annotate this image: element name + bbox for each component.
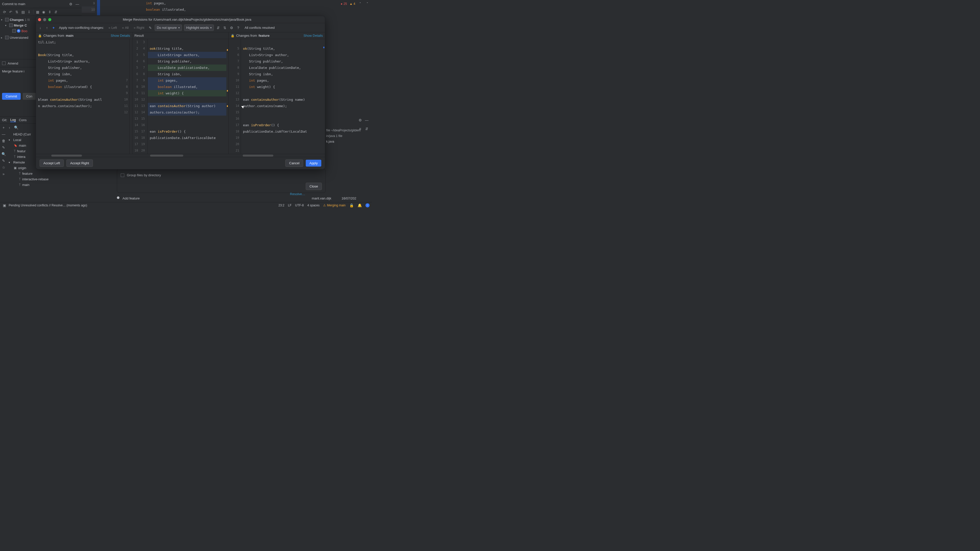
apply-button[interactable]: Apply [306,160,321,167]
magic-resolve-icon[interactable]: ✦ [51,25,56,30]
commit-header: Commit to main ⚙ — [0,0,82,8]
checkbox[interactable] [12,29,16,33]
tool-windows-icon[interactable]: ▣ [2,203,6,208]
tag-icon: 🔖 [14,144,18,147]
branch-icon: ᛘ [19,177,21,181]
chip-left[interactable]: «Left [107,25,118,30]
checkbox[interactable] [9,24,13,27]
show-details-right[interactable]: Show Details [304,34,323,38]
back-icon[interactable]: ‹ [7,125,12,130]
show-details-left[interactable]: Show Details [111,34,130,38]
merge-left-pane[interactable]: til.List;Book(String title, List<String>… [36,39,132,154]
refresh-icon[interactable]: ⟳ [2,10,7,14]
next-diff-icon[interactable]: ↑ [45,25,49,30]
minus-icon[interactable]: — [1,132,6,137]
remote-branch-feature[interactable]: ᛘ feature [9,171,82,176]
vcs-status[interactable]: ⚠ Merging main [323,203,345,207]
encoding[interactable]: UTF-8 [295,203,304,207]
commit-and-push-button[interactable]: Con [23,93,36,100]
commit-details-fragment: file ~/IdeaProjects/gitdem in/java 1 fil… [326,127,369,144]
pane-right-header: 🔒 Changes from feature Show Details [229,32,325,39]
pane-left-header: 🔒 Changes from main Show Details [36,32,132,39]
preview-icon[interactable]: ◉ [41,10,46,14]
close-button[interactable]: Close [306,183,322,190]
wand-icon[interactable]: ✎ [148,25,153,30]
chip-right[interactable]: «Right [132,25,146,30]
search-icon[interactable]: 🔍 [1,152,6,156]
group-files-checkbox[interactable] [121,173,124,177]
accept-right-button[interactable]: Accept Right [66,159,93,167]
accept-left-button[interactable]: Accept Left [40,159,64,167]
folder-icon: ▣ [14,166,17,170]
close-icon[interactable] [38,18,41,21]
minimize-icon[interactable] [43,18,46,21]
more-icon[interactable]: » [1,171,6,176]
remote-branch-main[interactable]: ᛘ main [9,182,82,187]
amend-label: Amend [8,62,18,65]
rename-icon[interactable]: ✎ [1,145,6,150]
pane-center-header: Result [132,32,229,39]
trash-icon[interactable]: 🗑 [1,138,6,143]
status-message[interactable]: Pending Unresolved conflicts // Resolve…… [9,203,87,207]
branch-icon: ᛘ [14,149,16,153]
chip-all[interactable]: «All [121,25,130,30]
merge-center-pane[interactable]: 1234567891011121314151617181920 34567891… [132,39,229,154]
resolve-link[interactable]: Resolve… [290,192,305,196]
main-editor: 9 10 int pages, boolean illustrated, [82,0,372,15]
minimize-icon[interactable]: — [364,118,369,122]
lock-icon[interactable]: 🔒 [349,203,354,208]
git-label: Git: [2,118,7,122]
lock-icon: 🔒 [38,34,42,38]
tab-log[interactable]: Log [10,118,16,122]
gear-icon[interactable]: ⚙ [68,2,73,6]
collapse-unchanged-icon[interactable]: ⇵ [216,25,221,30]
mouse-cursor [242,105,245,110]
edit-icon[interactable]: ✎ [1,159,6,163]
branch-icon: ᛘ [14,155,16,159]
diff-settings-icon[interactable]: ⚙ [229,25,234,30]
sync-scroll-icon[interactable]: ⇅ [223,25,227,30]
help-icon[interactable]: ? [236,25,240,30]
search-icon[interactable]: 🔍 [14,125,18,130]
notification-icon[interactable]: 🔔 [357,203,362,208]
rollback-icon[interactable]: ↶ [8,10,13,14]
star-icon[interactable]: ☆ [1,165,6,170]
commit-author: marit.van.dijk [312,197,331,200]
checkbox[interactable] [5,18,9,21]
prev-diff-icon[interactable]: ↓ [38,25,43,30]
gear-icon[interactable]: ⚙ [358,118,363,122]
commit-toolbar: ⟳ ↶ ⇅ ▤ ⇩ ▦ ◉ ⇕ ⇵ [0,8,82,16]
cancel-button[interactable]: Cancel [285,159,303,167]
group-files-label: Group files by directory [127,173,161,177]
conflicts-status: All conflicts resolved [245,26,275,30]
checkbox[interactable] [5,36,9,39]
minimize-icon[interactable]: — [75,2,80,6]
collapse-icon[interactable]: ⇵ [53,10,59,14]
log-history-row[interactable]: Add feature marit.van.dijk 16/07/202 [118,195,356,201]
line-number: 10 [82,6,95,13]
remote-branch-interactive-rebase[interactable]: ᛘ interactive-rebase [9,176,82,182]
merge-right-pane[interactable]: 56789101112131415161718192021 ok(String … [229,39,325,154]
line-ending[interactable]: LF [288,203,291,207]
diff-icon[interactable]: ⇅ [14,10,19,14]
plus-icon[interactable]: + [1,125,6,130]
commit-title: Commit to main [2,2,68,6]
maximize-icon[interactable] [48,18,51,21]
commit-button[interactable]: Commit [2,93,21,100]
group-icon[interactable]: ▦ [35,10,40,14]
commit-date: 16/07/202 [342,197,356,200]
caret-position[interactable]: 23:2 [278,203,284,207]
commit-message: Add feature [123,197,140,200]
highlight-dropdown[interactable]: Highlight words [184,24,214,31]
amend-checkbox[interactable] [2,62,6,65]
indent[interactable]: 4 spaces [307,203,320,207]
tab-console[interactable]: Cons [19,118,27,122]
dialog-title: Merge Revisions for /Users/marit.van.dij… [51,17,323,21]
update-icon[interactable]: ↑ [366,203,369,207]
ignore-whitespace-dropdown[interactable]: Do not ignore [155,24,182,31]
changelist-icon[interactable]: ▤ [21,10,25,14]
line-number: 9 [82,0,95,6]
shelve-icon[interactable]: ⇩ [27,10,32,14]
expand-icon[interactable]: ⇕ [47,10,52,14]
apply-nonconflicting-label: Apply non-conflicting changes: [59,26,104,30]
